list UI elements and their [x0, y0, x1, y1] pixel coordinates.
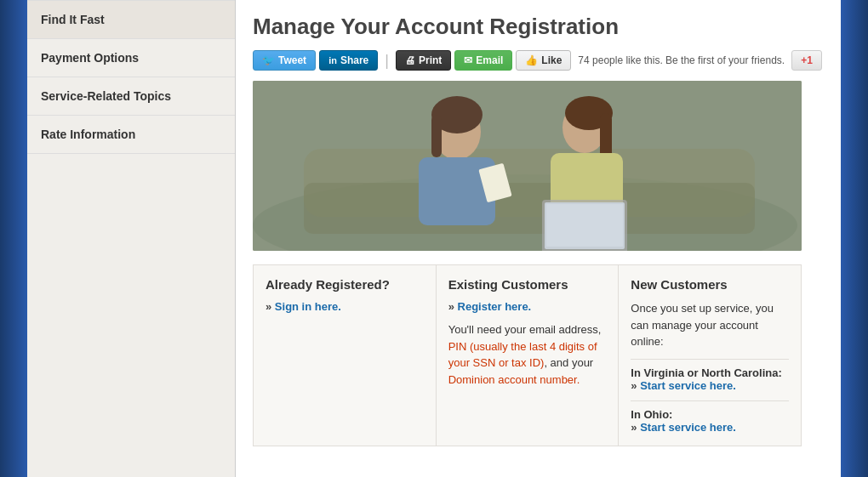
email-icon: ✉ — [464, 54, 472, 66]
va-nc-start-link[interactable]: Start service here. — [631, 379, 736, 392]
svg-rect-15 — [546, 204, 623, 247]
like-count: 74 — [578, 54, 589, 66]
ohio-label: In Ohio: — [631, 408, 789, 421]
existing-customers-col: Existing Customers Register here. You'll… — [437, 264, 620, 446]
svg-rect-6 — [431, 115, 442, 157]
linkedin-icon: in — [328, 55, 337, 65]
existing-customers-title: Existing Customers — [448, 277, 607, 292]
print-icon: 🖨 — [405, 54, 415, 66]
ohio-start-link[interactable]: Start service here. — [631, 421, 736, 434]
email-button[interactable]: ✉ Email — [454, 50, 512, 71]
nc-ohio-section: In Ohio: Start service here. — [631, 400, 789, 434]
social-separator: | — [385, 52, 389, 70]
email-label: Email — [476, 54, 503, 66]
share-label: Share — [340, 54, 368, 66]
new-customers-intro: Once you set up service, you can manage … — [631, 300, 789, 350]
hero-image — [253, 81, 802, 251]
social-bar: 🐦 Tweet in Share | 🖨 Print ✉ Email 👍 Lik… — [253, 50, 824, 71]
gplus-label: +1 — [801, 54, 813, 66]
twitter-icon: 🐦 — [262, 54, 275, 66]
sidebar-item-payment-options[interactable]: Payment Options — [27, 39, 235, 77]
sidebar-item-rate-information[interactable]: Rate Information — [27, 116, 235, 154]
already-registered-col: Already Registered? Sign in here. — [253, 264, 437, 446]
existing-customers-body: You'll need your email address, PIN (usu… — [448, 321, 607, 388]
thumbs-up-icon: 👍 — [525, 54, 538, 66]
svg-rect-7 — [419, 157, 495, 225]
sidebar-item-service-related-topics[interactable]: Service-Related Topics — [27, 77, 235, 116]
sidebar: Find It Fast Payment Options Service-Rel… — [27, 0, 236, 477]
left-blue-strip — [0, 0, 27, 477]
nc-va-section: In Virginia or North Carolina: Start ser… — [631, 359, 789, 392]
sidebar-item-find-it-fast[interactable]: Find It Fast — [27, 0, 235, 39]
svg-rect-3 — [304, 183, 755, 234]
new-customers-title: New Customers — [631, 277, 789, 292]
pin-text: PIN (usually the last 4 digits of your S… — [448, 340, 597, 370]
already-registered-title: Already Registered? — [266, 277, 424, 292]
like-label: Like — [541, 54, 562, 66]
columns-section: Already Registered? Sign in here. Existi… — [253, 264, 802, 446]
new-customers-col: New Customers Once you set up service, y… — [619, 264, 802, 446]
print-button[interactable]: 🖨 Print — [396, 50, 451, 71]
tweet-label: Tweet — [278, 54, 306, 66]
right-blue-strip — [841, 0, 868, 477]
hero-svg — [253, 81, 802, 251]
gplus-button[interactable]: +1 — [791, 50, 822, 71]
share-button[interactable]: in Share — [319, 50, 378, 71]
like-text: people like this. Be the first of your f… — [592, 54, 785, 66]
va-nc-label: In Virginia or North Carolina: — [631, 366, 789, 379]
account-number-text: Dominion account number. — [448, 373, 580, 386]
fb-like-info: 74 people like this. Be the first of you… — [578, 54, 785, 66]
main-content: Manage Your Account Registration 🐦 Tweet… — [236, 0, 841, 477]
sign-in-link[interactable]: Sign in here. — [266, 300, 341, 313]
register-link[interactable]: Register here. — [448, 300, 532, 313]
tweet-button[interactable]: 🐦 Tweet — [253, 50, 316, 71]
like-button[interactable]: 👍 Like — [516, 50, 571, 71]
print-label: Print — [419, 54, 442, 66]
page-title: Manage Your Account Registration — [253, 14, 824, 40]
